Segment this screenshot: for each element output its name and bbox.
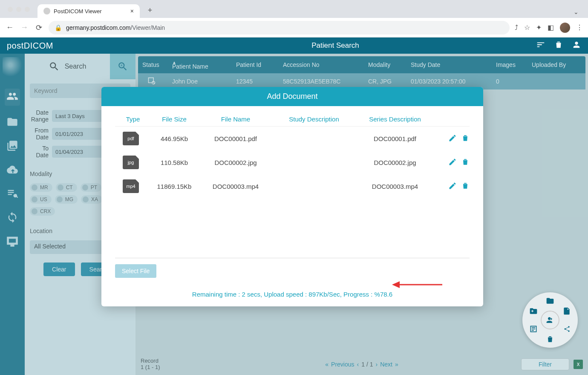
- fab-trash-icon[interactable]: [545, 334, 555, 344]
- date-range-label: Date Range: [30, 109, 49, 123]
- annotation-arrow: [391, 280, 442, 291]
- th-up[interactable]: Uploaded By: [532, 61, 585, 68]
- back-button[interactable]: ←: [5, 23, 14, 32]
- extensions-icon[interactable]: ✦: [536, 23, 542, 32]
- modality-pill[interactable]: XA: [81, 195, 102, 204]
- footer-bar: Record 1 (1 - 1) « Previous ‹ 1 / 1 › Ne…: [138, 356, 585, 372]
- edit-icon[interactable]: [448, 182, 457, 191]
- tab-title: PostDICOM Viewer: [54, 8, 101, 14]
- browser-tab[interactable]: PostDICOM Viewer ×: [37, 4, 140, 18]
- th-acc[interactable]: Accession No: [283, 61, 368, 68]
- from-date-label: From Date: [30, 127, 49, 141]
- address-bar[interactable]: 🔒 germany.postdicom.com/Viewer/Main: [49, 21, 510, 35]
- close-window-icon[interactable]: [8, 7, 13, 12]
- filter-button[interactable]: Filter: [521, 358, 569, 370]
- modality-pill[interactable]: PT: [81, 183, 101, 192]
- export-excel-icon[interactable]: X: [574, 360, 583, 369]
- td-id: 12345: [236, 78, 283, 85]
- window-controls: [8, 7, 30, 12]
- trash-icon[interactable]: [554, 40, 563, 52]
- app-logo: postDICOM: [7, 41, 53, 51]
- th-date[interactable]: Study Date: [411, 61, 496, 68]
- modality-pill[interactable]: CT: [56, 183, 77, 192]
- edit-icon[interactable]: [448, 134, 457, 144]
- modality-pill[interactable]: US: [30, 195, 52, 204]
- menu-icon[interactable]: ⋮: [576, 23, 583, 32]
- modality-pill[interactable]: CRX: [30, 207, 55, 216]
- search-tab[interactable]: Search: [25, 54, 110, 79]
- minimize-window-icon[interactable]: [16, 7, 21, 12]
- delete-icon[interactable]: [461, 134, 470, 144]
- fab-folder-icon[interactable]: [545, 296, 555, 306]
- sidebar-screens-icon[interactable]: [6, 235, 18, 249]
- th-mod[interactable]: Modality: [368, 61, 411, 68]
- fab-add-folder-icon[interactable]: [528, 306, 539, 316]
- advanced-search-tab[interactable]: [110, 54, 135, 79]
- close-tab-icon[interactable]: ×: [130, 8, 134, 14]
- edit-icon[interactable]: [448, 158, 457, 167]
- url-text: germany.postdicom.com/Viewer/Main: [66, 24, 165, 31]
- fab-document-icon[interactable]: [562, 306, 572, 316]
- sidebar-upload-icon[interactable]: [6, 164, 18, 177]
- sidebar-nav: [0, 54, 25, 375]
- action-fab: [522, 292, 578, 348]
- td-acc: 58C52913AE5EB78C: [283, 78, 368, 85]
- th-name[interactable]: ▲Patient Name: [172, 60, 236, 70]
- bookmark-icon[interactable]: ☆: [524, 23, 530, 32]
- delete-icon[interactable]: [461, 182, 470, 191]
- fab-add-user-icon[interactable]: [541, 311, 559, 329]
- reload-button[interactable]: ⟳: [34, 23, 43, 32]
- tabs-dropdown-icon[interactable]: ⌄: [574, 9, 579, 15]
- browser-chrome: PostDICOM Viewer × + ⌄ ← → ⟳ 🔒 germany.p…: [0, 0, 588, 38]
- status-icon: [138, 77, 172, 87]
- profile-avatar[interactable]: [560, 23, 570, 33]
- file-type-chip: mp4: [123, 179, 139, 193]
- clear-button[interactable]: Clear: [43, 262, 75, 276]
- first-page-icon[interactable]: «: [325, 361, 329, 368]
- th-id[interactable]: Patient Id: [236, 61, 283, 68]
- file-size: 446.95Kb: [151, 135, 198, 142]
- previous-button[interactable]: Previous: [331, 361, 354, 368]
- doc-row: mp4 11869.15Kb DOC00003.mp4 DOC00003.mp4: [115, 174, 470, 198]
- to-date-label: To Date: [30, 145, 49, 159]
- modality-pill[interactable]: MR: [30, 183, 52, 192]
- lock-icon: 🔒: [55, 24, 62, 31]
- dth-type: Type: [115, 115, 151, 123]
- file-size: 11869.15Kb: [151, 183, 198, 190]
- page-indicator: 1 / 1: [361, 361, 373, 368]
- share-icon[interactable]: ⤴: [515, 24, 518, 32]
- sidebar-sync-icon[interactable]: [6, 211, 18, 225]
- sidebar-images-icon[interactable]: [6, 140, 18, 153]
- dth-study: Study Description: [274, 115, 355, 123]
- sidebar-folder-icon[interactable]: [6, 116, 18, 130]
- th-status[interactable]: Status: [138, 61, 172, 68]
- next-page-icon[interactable]: ›: [375, 361, 378, 368]
- select-file-button[interactable]: Select File: [115, 264, 156, 278]
- doc-table-header: Type File Size File Name Study Descripti…: [115, 112, 470, 127]
- fab-report-icon[interactable]: [528, 324, 539, 334]
- dth-name: File Name: [198, 115, 274, 123]
- sidebar-list-search-icon[interactable]: [6, 188, 18, 201]
- new-tab-button[interactable]: +: [144, 4, 156, 16]
- favicon-icon: [43, 8, 50, 14]
- th-img[interactable]: Images: [496, 61, 532, 68]
- delete-icon[interactable]: [461, 158, 470, 167]
- pager: « Previous ‹ 1 / 1 › Next »: [325, 361, 398, 368]
- logo-icon: [3, 57, 22, 77]
- next-button[interactable]: Next: [380, 361, 392, 368]
- prev-page-icon[interactable]: ‹: [357, 361, 359, 368]
- page-title: Patient Search: [135, 41, 536, 50]
- maximize-window-icon[interactable]: [25, 7, 30, 12]
- panel-icon[interactable]: ◧: [548, 23, 554, 32]
- td-name: John Doe: [172, 78, 236, 85]
- modality-pill[interactable]: MG: [55, 195, 78, 204]
- forward-button[interactable]: →: [20, 23, 29, 32]
- last-page-icon[interactable]: »: [395, 361, 398, 368]
- user-icon[interactable]: [572, 40, 581, 52]
- sort-icon[interactable]: [536, 40, 545, 52]
- td-mod: CR, JPG: [368, 78, 411, 85]
- add-document-modal: Add Document Type File Size File Name St…: [101, 87, 483, 306]
- sidebar-patients-icon[interactable]: [5, 89, 20, 106]
- fab-share-icon[interactable]: [562, 324, 572, 334]
- file-type-chip: pdf: [123, 132, 139, 145]
